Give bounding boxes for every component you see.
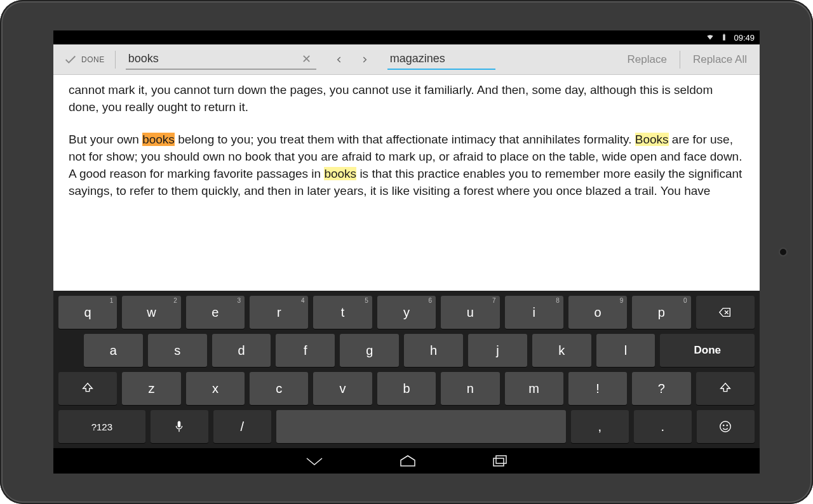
symbols-key[interactable]: ?123 <box>58 410 145 443</box>
separator <box>680 51 680 69</box>
key-j[interactable]: j <box>468 334 527 367</box>
done-label: DONE <box>81 55 105 64</box>
back-icon[interactable] <box>306 456 323 466</box>
shift-key[interactable] <box>696 372 755 405</box>
clock: 09:49 <box>734 33 755 43</box>
find-field-wrap: ✕ <box>126 50 316 70</box>
key-l[interactable]: l <box>596 334 655 367</box>
key-v[interactable]: v <box>313 372 372 405</box>
key-t[interactable]: 5t <box>313 296 372 329</box>
key-i[interactable]: 8i <box>505 296 563 329</box>
wifi-icon <box>706 33 715 42</box>
svg-point-3 <box>720 421 731 432</box>
key-d[interactable]: d <box>212 334 271 367</box>
key-m[interactable]: m <box>505 372 563 405</box>
key-q[interactable]: 1q <box>58 296 117 329</box>
prev-match-button[interactable] <box>328 48 351 71</box>
key-e[interactable]: 3e <box>186 296 245 329</box>
key-s[interactable]: s <box>148 334 207 367</box>
key-excl[interactable]: ! <box>568 372 627 405</box>
svg-point-4 <box>723 425 725 426</box>
match: books <box>324 167 356 180</box>
key-y[interactable]: 6y <box>377 296 436 329</box>
key-z[interactable]: z <box>122 372 180 405</box>
replace-all-button[interactable]: Replace All <box>684 44 756 74</box>
svg-rect-6 <box>494 458 504 466</box>
shift-key[interactable] <box>58 372 117 405</box>
clear-icon[interactable]: ✕ <box>297 52 316 66</box>
svg-point-5 <box>727 425 728 426</box>
svg-rect-2 <box>178 421 180 427</box>
key-p[interactable]: 0p <box>632 296 690 329</box>
battery-icon <box>720 33 729 42</box>
key-r[interactable]: 4r <box>250 296 308 329</box>
done-key[interactable]: Done <box>660 334 755 367</box>
key-u[interactable]: 7u <box>441 296 499 329</box>
match: Books <box>635 133 669 146</box>
key-o[interactable]: 9o <box>568 296 627 329</box>
status-bar: 09:49 <box>53 30 760 44</box>
key-qmark[interactable]: ? <box>632 372 690 405</box>
match-current: books <box>142 133 175 146</box>
backspace-icon <box>718 305 732 319</box>
key-a[interactable]: a <box>84 334 143 367</box>
key-h[interactable]: h <box>404 334 463 367</box>
check-icon <box>64 53 77 67</box>
chevron-right-icon <box>360 55 369 64</box>
key-b[interactable]: b <box>377 372 436 405</box>
key-x[interactable]: x <box>186 372 245 405</box>
paragraph: cannot mark it, you cannot turn down the… <box>69 81 744 116</box>
key-f[interactable]: f <box>276 334 335 367</box>
chevron-left-icon <box>335 55 344 64</box>
shift-icon <box>718 381 732 395</box>
tablet-camera <box>779 248 788 256</box>
key-slash[interactable]: / <box>213 410 271 443</box>
key-period[interactable]: . <box>634 410 692 443</box>
key-c[interactable]: c <box>250 372 308 405</box>
next-match-button[interactable] <box>353 48 376 71</box>
replace-field-wrap <box>387 50 495 70</box>
microphone-icon <box>172 420 186 434</box>
replace-button[interactable]: Replace <box>619 44 676 74</box>
key-k[interactable]: k <box>532 334 591 367</box>
document-body[interactable]: cannot mark it, you cannot turn down the… <box>53 75 760 291</box>
emoji-key[interactable] <box>697 410 755 443</box>
home-icon[interactable] <box>400 454 416 467</box>
find-replace-toolbar: DONE ✕ Replace Replace All <box>53 44 760 75</box>
key-comma[interactable]: , <box>571 410 629 443</box>
find-input[interactable] <box>126 52 297 65</box>
svg-rect-1 <box>724 34 725 34</box>
key-w[interactable]: 2w <box>122 296 180 329</box>
mic-key[interactable] <box>151 410 208 443</box>
recents-icon[interactable] <box>492 454 507 467</box>
emoji-icon <box>718 420 732 434</box>
shift-icon <box>81 381 95 395</box>
space-key[interactable] <box>276 410 566 443</box>
done-button[interactable]: DONE <box>57 44 111 74</box>
svg-rect-0 <box>723 34 726 40</box>
paragraph: But your own books belong to you; you tr… <box>69 131 744 199</box>
key-n[interactable]: n <box>441 372 499 405</box>
replace-input[interactable] <box>387 52 495 65</box>
on-screen-keyboard: 1q2w3e4r5t6y7u8i9o0p asdfghjklDone zxcvb… <box>53 291 760 448</box>
backspace-key[interactable] <box>696 296 755 329</box>
android-nav-bar <box>53 448 760 474</box>
svg-rect-7 <box>496 456 506 463</box>
key-g[interactable]: g <box>340 334 399 367</box>
separator <box>115 51 116 69</box>
